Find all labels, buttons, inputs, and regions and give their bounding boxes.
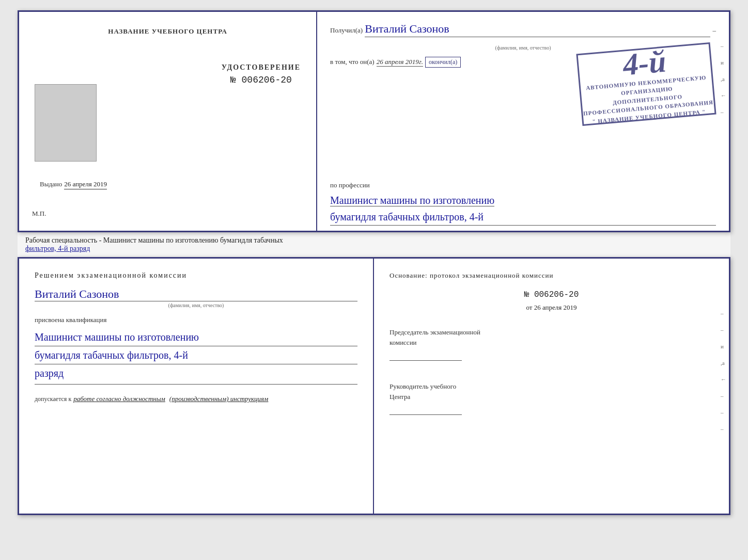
cb-title: Решением экзаменационной комиссии	[35, 271, 357, 280]
cb-predsedatel-block: Председатель экзаменационной комиссии	[389, 327, 713, 361]
cb-rukovoditel-label: Руководитель учебного	[389, 382, 456, 390]
cert-bottom-left-panel: Решением экзаменационной комиссии Витали…	[19, 259, 374, 514]
cert-recipient-name: Виталий Сазонов	[365, 22, 710, 37]
certificate-bottom: Решением экзаменационной комиссии Витали…	[18, 257, 730, 515]
cb-dopusk-text-line1: работе согласно должностным	[73, 395, 165, 403]
bottom-edge-5: ←	[721, 376, 726, 382]
bottom-edge-3: и	[721, 343, 726, 349]
cb-dopusk-text-line2: (производственным) инструкциям	[169, 395, 269, 403]
cert-issued-label: Выдано	[40, 180, 62, 188]
edge-mark-3: ,а	[721, 76, 726, 82]
cb-predsedatel-label: Председатель экзаменационной	[389, 328, 480, 336]
cert-left-panel: НАЗВАНИЕ УЧЕБНОГО ЦЕНТРА УДОСТОВЕРЕНИЕ №…	[19, 12, 317, 231]
cert-po-professii-label: по профессии	[330, 181, 716, 189]
cert-vtom-label: в том, что он(а)	[330, 58, 375, 66]
bottom-right-edge-marks: – – и ,а ← – – –	[721, 310, 726, 432]
cert-poluchil-line: Получил(а) Виталий Сазонов –	[330, 22, 716, 37]
bottom-edge-4: ,а	[721, 360, 726, 366]
cb-protocol-date: от 26 апреля 2019	[389, 303, 713, 312]
cb-qual-line3: разряд	[35, 364, 357, 382]
cb-ot-label: от	[526, 303, 532, 311]
cert-udost-block: УДОСТОВЕРЕНИЕ № 006206-20	[222, 63, 301, 85]
cb-ot-date: 26 апреля 2019	[534, 303, 577, 311]
cert-right-panel: Получил(а) Виталий Сазонов – (фамилия, и…	[317, 12, 729, 231]
cb-dopuskaetsya-label: допускается к	[35, 395, 71, 403]
cert-okonchil-badge: окончил(а)	[425, 57, 461, 68]
cb-rukovoditel-block: Руководитель учебного Центра	[389, 381, 713, 415]
cert-mp: М.П.	[32, 210, 46, 218]
middle-text-underlined: фильтров, 4-й разряд	[25, 245, 90, 252]
cb-recipient-name: Виталий Сазонов	[35, 287, 357, 301]
cert-profession-line3: разряд	[330, 228, 359, 231]
cb-rukovoditel-label2: Центра	[389, 393, 410, 401]
bottom-edge-1: –	[721, 310, 726, 316]
cert-number: № 006206-20	[222, 75, 301, 85]
stamp-number: 4-й	[621, 45, 667, 80]
stamp-overlay: 4-й АВТОНОМНУЮ НЕКОММЕРЧЕСКУЮ ОРГАНИЗАЦИ…	[576, 42, 716, 126]
cb-name-subtitle: (фамилия, имя, отчество)	[35, 302, 357, 308]
cert-profession-line2: бумагидля табачных фильтров, 4-й	[330, 209, 716, 226]
bottom-edge-8: –	[721, 426, 726, 432]
edge-mark-1: –	[721, 43, 726, 49]
cert-issued-date: 26 апреля 2019	[64, 180, 107, 189]
middle-text: Рабочая специальность - Машинист машины …	[25, 236, 283, 244]
cert-profession-section: по профессии Машинист машины по изготовл…	[330, 181, 716, 231]
cert-udost-label: УДОСТОВЕРЕНИЕ	[222, 63, 301, 72]
cert-profession-line1: Машинист машины по изготовлению	[330, 195, 494, 206]
cert-bottom-right-panel: Основание: протокол экзаменационной коми…	[374, 259, 729, 514]
cb-dopuskaetsya-block: допускается к работе согласно должностны…	[35, 395, 357, 403]
edge-mark-5: –	[721, 109, 726, 115]
cb-rukovoditel-signature	[389, 414, 462, 415]
cb-osnov-label: Основание: протокол экзаменационной коми…	[389, 271, 713, 280]
edge-mark-2: и	[721, 59, 726, 66]
bottom-edge-2: –	[721, 327, 726, 333]
cert-center-name: НАЗВАНИЕ УЧЕБНОГО ЦЕНТРА	[108, 27, 227, 36]
cert-photo	[35, 84, 97, 162]
cb-predsedatel-signature	[389, 360, 462, 361]
bottom-edge-7: –	[721, 409, 726, 415]
cert-dash: –	[712, 26, 716, 35]
right-edge-marks: – и ,а ← –	[721, 43, 726, 115]
cb-prisvoena-label: присвоена квалификация	[35, 316, 357, 324]
certificate-top: НАЗВАНИЕ УЧЕБНОГО ЦЕНТРА УДОСТОВЕРЕНИЕ №…	[18, 10, 730, 232]
cert-completion-date: 26 апреля 2019г.	[377, 58, 423, 67]
edge-mark-4: ←	[721, 92, 726, 99]
middle-text-strip: Рабочая специальность - Машинист машины …	[18, 232, 730, 257]
cert-poluchil-label: Получил(а)	[330, 26, 363, 35]
cert-issued-line: Выдано 26 апреля 2019	[40, 180, 306, 189]
cb-protocol-number: № 006206-20	[389, 290, 713, 299]
cb-predsedatel-label2: комиссии	[389, 339, 417, 346]
bottom-edge-6: –	[721, 393, 726, 399]
cb-qual-line2: бумагидля табачных фильтров, 4-й	[35, 346, 357, 364]
cb-qual-line1: Машинист машины по изготовлению	[35, 328, 357, 346]
